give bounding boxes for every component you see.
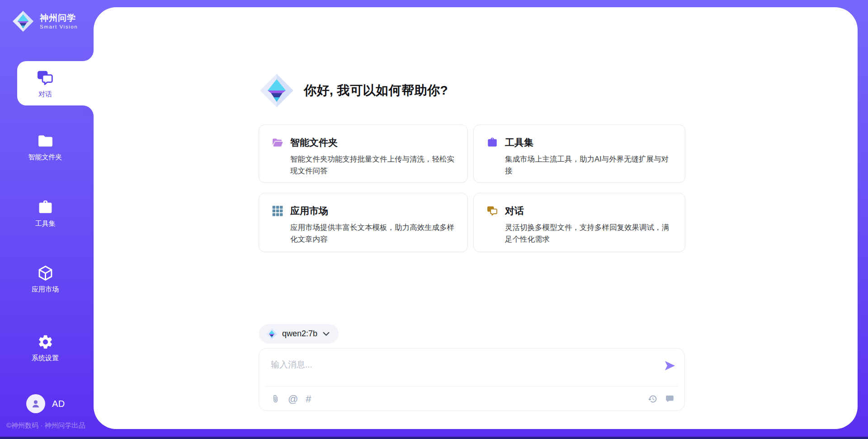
feature-card-smart-folder[interactable]: 智能文件夹 智能文件夹功能支持批量文件上传与清洗，轻松实现文件问答 xyxy=(259,124,468,183)
hash-icon: # xyxy=(306,394,311,404)
card-title: 应用市场 xyxy=(290,205,328,217)
brand: 神州问学 Smart Vision xyxy=(12,10,78,33)
briefcase-icon xyxy=(37,199,54,216)
card-title: 对话 xyxy=(505,205,524,217)
sidebar-item-app-market[interactable]: 应用市场 xyxy=(17,265,73,295)
brand-subtitle: Smart Vision xyxy=(40,24,78,30)
card-description: 灵活切换多模型文件，支持多样回复效果调试，满足个性化需求 xyxy=(505,221,672,245)
tab-fillet-bottom xyxy=(83,105,94,116)
folder-open-icon xyxy=(272,137,283,148)
mention-icon: @ xyxy=(288,394,298,404)
briefcase-icon xyxy=(486,137,498,148)
feature-card-toolset[interactable]: 工具集 集成市场上主流工具，助力AI与外界无缝扩展与对接 xyxy=(473,124,685,183)
sidebar-item-label: 工具集 xyxy=(35,220,56,228)
brand-name: 神州问学 xyxy=(40,13,78,24)
brand-diamond-icon xyxy=(12,10,34,33)
feedback-button[interactable] xyxy=(665,394,675,404)
hash-button[interactable]: # xyxy=(306,394,311,404)
paperclip-icon xyxy=(271,394,280,404)
history-button[interactable] xyxy=(648,394,657,404)
cube-icon xyxy=(37,265,54,282)
app-window: 神州问学 Smart Vision 对话 智能文件夹 工具集 应用市场 系统设置… xyxy=(0,0,868,439)
sidebar-item-toolset[interactable]: 工具集 xyxy=(17,199,73,229)
greeting-diamond-icon xyxy=(259,72,295,109)
chevron-down-icon xyxy=(323,332,330,336)
card-description: 集成市场上主流工具，助力AI与外界无缝扩展与对接 xyxy=(505,153,672,177)
sidebar-item-label: 智能文件夹 xyxy=(28,153,62,161)
person-icon xyxy=(30,398,42,410)
message-input[interactable] xyxy=(259,348,648,385)
sidebar-item-label: 系统设置 xyxy=(32,354,59,362)
bottom-edge xyxy=(0,437,868,439)
greeting: 你好, 我可以如何帮助你? xyxy=(259,72,448,109)
avatar[interactable] xyxy=(26,394,45,413)
composer: @ # xyxy=(259,348,685,411)
card-description: 应用市场提供丰富长文本模板，助力高效生成多样化文章内容 xyxy=(290,221,455,245)
copyright: ©神州数码 · 神州问学出品 xyxy=(6,421,85,430)
chat-bubble-icon xyxy=(665,394,675,404)
tab-fillet-top xyxy=(83,50,94,61)
feature-card-app-market[interactable]: 应用市场 应用市场提供丰富长文本模板，助力高效生成多样化文章内容 xyxy=(259,193,468,252)
model-selector[interactable]: qwen2:7b xyxy=(259,324,339,344)
send-button[interactable] xyxy=(664,359,676,372)
sidebar-item-label: 应用市场 xyxy=(32,285,59,293)
sidebar-item-label: 对话 xyxy=(38,90,52,98)
folder-icon xyxy=(37,133,54,149)
user-name: AD xyxy=(52,399,65,409)
history-icon xyxy=(648,394,657,404)
mention-button[interactable]: @ xyxy=(288,394,298,404)
send-icon xyxy=(664,359,676,372)
model-diamond-icon xyxy=(266,328,278,340)
attach-button[interactable] xyxy=(271,394,280,404)
gear-icon xyxy=(37,334,54,350)
card-description: 智能文件夹功能支持批量文件上传与清洗，轻松实现文件问答 xyxy=(290,153,455,177)
card-title: 智能文件夹 xyxy=(290,136,338,149)
sidebar-item-settings[interactable]: 系统设置 xyxy=(17,334,73,363)
model-name: qwen2:7b xyxy=(282,329,317,339)
grid-icon xyxy=(272,205,283,217)
sidebar-item-smart-folder[interactable]: 智能文件夹 xyxy=(17,133,73,162)
sidebar-item-chat[interactable]: 对话 xyxy=(17,61,73,105)
greeting-title: 你好, 我可以如何帮助你? xyxy=(304,82,448,99)
card-title: 工具集 xyxy=(505,136,533,149)
feature-card-chat[interactable]: 对话 灵活切换多模型文件，支持多样回复效果调试，满足个性化需求 xyxy=(473,193,685,252)
chat-bubbles-icon xyxy=(486,205,498,217)
user-row[interactable]: AD xyxy=(26,394,65,413)
chat-bubbles-icon xyxy=(36,69,54,87)
